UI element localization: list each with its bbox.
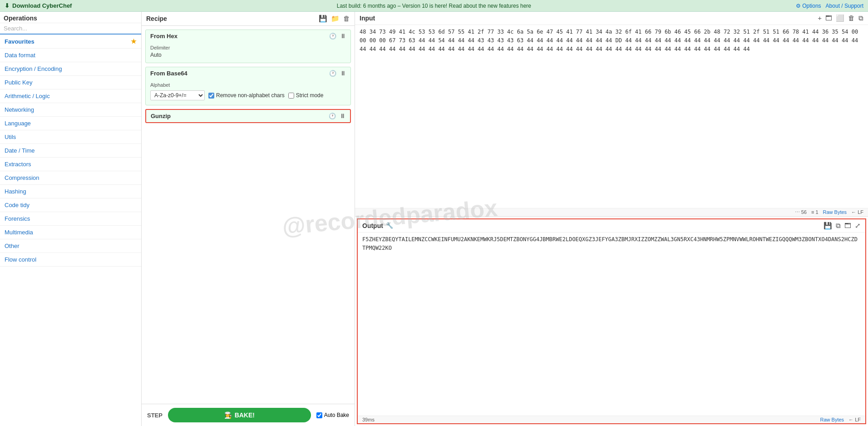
input-lf-indicator: ← LF <box>851 209 863 215</box>
sidebar-item-data-format[interactable]: Data format <box>0 49 141 62</box>
input-clear-icon[interactable]: 🗑 <box>848 14 855 22</box>
sidebar-item-hashing[interactable]: Hashing <box>0 185 141 198</box>
auto-bake-checkbox[interactable] <box>316 412 322 418</box>
step-from-hex-pause-icon[interactable]: ⏸ <box>340 33 346 40</box>
search-input[interactable] <box>0 23 141 35</box>
step-from-base64-alphabet-label: Alphabet <box>150 82 346 88</box>
output-content: F5ZHEYZBEQYTAILEMNZCCWKEINFUMU2AKNKEMWKR… <box>358 233 865 416</box>
step-from-hex-header: From Hex 🕐 ⏸ <box>146 30 350 42</box>
sidebar-item-utils[interactable]: Utils <box>0 130 141 144</box>
sidebar-item-forensics[interactable]: Forensics <box>0 212 141 226</box>
sidebar-header: Operations <box>0 12 141 23</box>
step-from-hex-icons: 🕐 ⏸ <box>329 33 346 40</box>
output-section: Output 🔧 💾 ⧉ 🗔 ⤢ F5ZHEYZBEQYTAILEMNZCCWK… <box>357 218 866 425</box>
step-button[interactable]: STEP <box>147 412 163 419</box>
bake-button[interactable]: 🧑‍🍳 BAKE! <box>168 408 311 422</box>
step-from-base64-remove-label: Remove non-alphabet chars <box>208 92 285 99</box>
output-lf-indicator: ← LF <box>848 417 861 422</box>
output-title: Output <box>362 222 383 229</box>
step-from-base64-strict-checkbox[interactable] <box>288 93 294 99</box>
step-from-base64-strict-label: Strict mode <box>288 92 324 99</box>
step-from-base64-body: Alphabet A-Za-z0-9+/= Remove non-alphabe… <box>146 79 350 105</box>
recipe-content: From Hex 🕐 ⏸ Delimiter Auto From Base64 … <box>142 26 355 404</box>
sidebar-item-flow-control[interactable]: Flow control <box>0 253 141 267</box>
sidebar-item-multimedia[interactable]: Multimedia <box>0 226 141 239</box>
sidebar-item-datetime[interactable]: Date / Time <box>0 144 141 158</box>
step-from-hex-title: From Hex <box>150 33 178 40</box>
save-recipe-icon[interactable]: 💾 <box>319 15 327 23</box>
sidebar-item-compression[interactable]: Compression <box>0 171 141 185</box>
output-save-icon[interactable]: 💾 <box>824 222 832 230</box>
step-gunzip-clock-icon[interactable]: 🕐 <box>329 113 336 119</box>
step-from-base64-header: From Base64 🕐 ⏸ <box>146 67 350 79</box>
step-from-base64-title: From Base64 <box>150 70 187 77</box>
sidebar-item-arithmetic[interactable]: Arithmetic / Logic <box>0 89 141 103</box>
main-layout: Operations Favourites★Data formatEncrypt… <box>0 12 868 426</box>
step-from-base64-row: A-Za-z0-9+/= Remove non-alphabet chars S… <box>150 90 346 100</box>
step-gunzip-title: Gunzip <box>151 113 171 119</box>
input-header: Input + 🗔 ⬜ 🗑 ⧉ <box>355 12 868 25</box>
recipe-icons: 💾 📁 🗑 <box>319 15 350 23</box>
step-from-base64-clock-icon[interactable]: 🕐 <box>329 70 336 77</box>
step-from-hex-delimiter-label: Delimiter <box>150 45 346 50</box>
download-link[interactable]: Download CyberChef <box>12 2 72 9</box>
step-from-base64-icons: 🕐 ⏸ <box>329 70 346 77</box>
topbar: ⬇ Download CyberChef Last build: 6 month… <box>0 0 868 12</box>
step-gunzip: Gunzip 🕐 ⏸ <box>145 109 351 123</box>
output-expand-icon[interactable]: ⤢ <box>855 222 861 230</box>
step-from-base64-pause-icon[interactable]: ⏸ <box>340 70 346 77</box>
sidebar-item-public-key[interactable]: Public Key <box>0 76 141 89</box>
topbar-build-info: Last build: 6 months ago – Version 10 is… <box>337 3 531 9</box>
right-panel: Input + 🗔 ⬜ 🗑 ⧉ 48 34 73 49 41 4c 53 53 … <box>355 12 868 426</box>
bake-label: BAKE! <box>235 411 255 419</box>
input-statusbar: ⋯ 56 ≡ 1 Raw Bytes ← LF <box>355 208 868 216</box>
about-button[interactable]: About / Support <box>826 3 863 9</box>
input-copy-icon[interactable]: ⧉ <box>858 14 863 22</box>
input-raw-bytes-btn[interactable]: Raw Bytes <box>823 209 847 215</box>
recipe-panel: Recipe 💾 📁 🗑 From Hex 🕐 ⏸ Delimiter <box>142 12 355 426</box>
sidebar-item-networking[interactable]: Networking <box>0 103 141 117</box>
options-button[interactable]: ⚙ Options <box>796 3 821 9</box>
sidebar-item-code-tidy[interactable]: Code tidy <box>0 198 141 212</box>
input-add-icon[interactable]: + <box>818 14 822 22</box>
sidebar-item-encryption[interactable]: Encryption / Encoding <box>0 62 141 76</box>
input-icons: + 🗔 ⬜ 🗑 ⧉ <box>818 14 863 22</box>
output-time: 39ms <box>362 417 375 422</box>
topbar-right: ⚙ Options About / Support <box>796 3 863 9</box>
input-line-count: ≡ 1 <box>811 209 819 215</box>
output-statusbar: 39ms Raw Bytes ← LF <box>358 416 865 423</box>
bake-bar: STEP 🧑‍🍳 BAKE! Auto Bake <box>142 404 355 426</box>
step-from-base64-alphabet-select[interactable]: A-Za-z0-9+/= <box>150 90 205 100</box>
step-from-hex-clock-icon[interactable]: 🕐 <box>329 33 336 40</box>
step-from-base64: From Base64 🕐 ⏸ Alphabet A-Za-z0-9+/= <box>145 67 351 105</box>
delete-recipe-icon[interactable]: 🗑 <box>343 15 350 23</box>
output-window-icon[interactable]: 🗔 <box>844 222 851 230</box>
download-icon: ⬇ <box>5 2 10 9</box>
step-from-hex: From Hex 🕐 ⏸ Delimiter Auto <box>145 30 351 63</box>
output-magic-icon[interactable]: 🔧 <box>386 222 393 229</box>
sidebar-item-other[interactable]: Other <box>0 239 141 253</box>
gear-icon: ⚙ <box>796 3 801 9</box>
sidebar-item-favourites[interactable]: Favourites★ <box>0 35 141 49</box>
input-section: Input + 🗔 ⬜ 🗑 ⧉ 48 34 73 49 41 4c 53 53 … <box>355 12 868 217</box>
output-raw-bytes-btn[interactable]: Raw Bytes <box>820 417 844 422</box>
open-recipe-icon[interactable]: 📁 <box>331 15 340 23</box>
sidebar-item-language[interactable]: Language <box>0 117 141 130</box>
auto-bake-container: Auto Bake <box>316 412 349 418</box>
step-from-base64-remove-checkbox[interactable] <box>208 93 214 99</box>
input-window-icon[interactable]: 🗔 <box>825 14 832 22</box>
step-gunzip-pause-icon[interactable]: ⏸ <box>340 113 345 119</box>
auto-bake-label: Auto Bake <box>324 412 349 418</box>
output-title-row: Output 🔧 <box>362 222 393 229</box>
topbar-left: ⬇ Download CyberChef <box>5 2 72 9</box>
step-gunzip-header: Gunzip 🕐 ⏸ <box>146 110 350 122</box>
output-header: Output 🔧 💾 ⧉ 🗔 ⤢ <box>358 219 865 233</box>
chef-icon: 🧑‍🍳 <box>224 411 232 419</box>
input-char-count: ⋯ 56 <box>795 209 807 215</box>
input-content[interactable]: 48 34 73 49 41 4c 53 53 6d 57 55 41 2f 7… <box>355 25 868 208</box>
sidebar-list: Favourites★Data formatEncryption / Encod… <box>0 35 141 426</box>
sidebar: Operations Favourites★Data formatEncrypt… <box>0 12 142 426</box>
sidebar-item-extractors[interactable]: Extractors <box>0 158 141 171</box>
input-maximize-icon[interactable]: ⬜ <box>836 14 844 22</box>
output-copy-icon[interactable]: ⧉ <box>836 222 841 230</box>
